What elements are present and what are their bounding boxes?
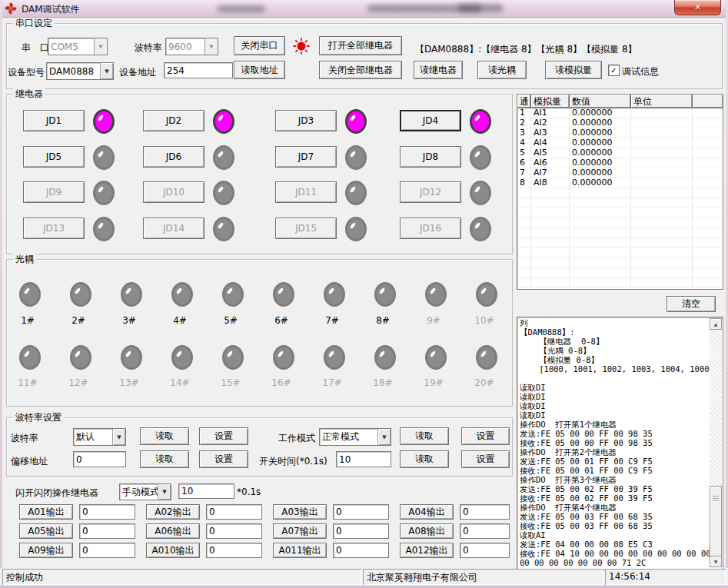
relay-button-jd11[interactable]: JD11 — [275, 181, 337, 203]
table-row[interactable]: 4AI40.000000 — [517, 138, 723, 148]
ao2-output-button[interactable]: A02输出 — [146, 504, 200, 520]
ao9-output-button[interactable]: A09输出 — [19, 543, 73, 558]
relay-button-jd2[interactable]: JD2 — [143, 110, 204, 131]
opto-label-16: 16# — [266, 377, 297, 388]
workmode-set-button[interactable]: 设置 — [461, 427, 510, 445]
ao4-output-input[interactable] — [460, 504, 510, 520]
relay-button-jd3[interactable]: JD3 — [275, 110, 337, 131]
ao6-output-input[interactable] — [206, 523, 262, 539]
ao7-output-button[interactable]: A07输出 — [273, 523, 327, 539]
baud-select[interactable]: 默认 ▼ — [73, 428, 126, 446]
opto-led-7 — [324, 282, 345, 307]
ao8-output-input[interactable] — [460, 523, 510, 539]
ao11-output-button[interactable]: A011输出 — [273, 543, 327, 558]
log-scrollbar[interactable]: ▲ ▼ — [710, 318, 722, 567]
opto-label-11: 11# — [12, 377, 43, 388]
ao10-output-input[interactable] — [206, 543, 262, 558]
col-header-unit[interactable]: 单位 — [631, 95, 693, 108]
table-row[interactable]: 3AI30.000000 — [517, 128, 723, 138]
baud-read-button[interactable]: 读取 — [140, 427, 189, 445]
ao4-output-button[interactable]: A04输出 — [400, 504, 454, 520]
switch-set-button[interactable]: 设置 — [461, 450, 510, 468]
scroll-down-button[interactable]: ▼ — [710, 556, 722, 567]
ao2-output-input[interactable] — [206, 504, 262, 520]
relay-led-jd6 — [213, 145, 234, 170]
relay-button-jd14[interactable]: JD14 — [143, 218, 204, 239]
read-relay-button[interactable]: 读继电器 — [414, 61, 463, 79]
ao3-output-input[interactable] — [333, 504, 389, 520]
opto-led-1 — [19, 282, 41, 307]
read-analog-button[interactable]: 读模拟量 — [545, 61, 602, 79]
table-row[interactable]: 8AI80.000000 — [517, 178, 723, 188]
ao5-output-input[interactable] — [79, 523, 135, 539]
clear-log-button[interactable]: 清空 — [667, 296, 716, 312]
ao7-output-input[interactable] — [333, 523, 389, 539]
col-header-extra[interactable] — [693, 95, 723, 108]
read-address-button[interactable]: 读取地址 — [234, 61, 285, 79]
relay-button-jd15[interactable]: JD15 — [275, 218, 337, 239]
relay-button-jd16[interactable]: JD16 — [400, 218, 461, 239]
table-row[interactable]: 5AI50.000000 — [517, 148, 723, 158]
cell-value: 0.000000 — [570, 128, 631, 138]
relay-button-jd7[interactable]: JD7 — [275, 146, 337, 168]
relay-button-jd4[interactable]: JD4 — [400, 110, 461, 131]
table-row[interactable]: 2AI20.000000 — [517, 118, 723, 128]
col-header-channel[interactable]: 通 — [517, 95, 531, 108]
baud-label: 波特率 — [11, 432, 38, 445]
col-header-analog[interactable]: 模拟量 — [531, 95, 570, 108]
workmode-read-button[interactable]: 读取 — [400, 427, 449, 445]
device-address-input[interactable] — [164, 62, 233, 78]
ao1-output-input[interactable] — [79, 504, 135, 520]
relay-button-jd9[interactable]: JD9 — [23, 181, 85, 203]
scrollbar-thumb[interactable] — [710, 486, 722, 556]
close-icon: ✕ — [694, 3, 701, 12]
relay-button-jd13[interactable]: JD13 — [23, 218, 85, 239]
relay-button-jd10[interactable]: JD10 — [143, 181, 204, 203]
offset-read-button[interactable]: 读取 — [140, 450, 189, 468]
relay-button-jd12[interactable]: JD12 — [400, 181, 461, 203]
debug-info-checkbox[interactable]: ✓ — [608, 65, 620, 76]
scroll-up-button[interactable]: ▲ — [710, 318, 722, 330]
ao6-output-button[interactable]: A06输出 — [146, 523, 200, 539]
relay-group-title: 继电器 — [13, 88, 45, 99]
flash-time-input[interactable] — [178, 483, 234, 499]
relay-button-jd8[interactable]: JD8 — [400, 146, 461, 168]
ao12-output-input[interactable] — [460, 543, 510, 558]
ao1-output-button[interactable]: A01输出 — [19, 504, 73, 520]
debug-log-panel[interactable]: 列 【DAM0888】: 【继电器 0-8】 【光耦 0-8】 【模拟量 0-8… — [517, 317, 723, 570]
device-model-select[interactable]: DAM0888 ▼ — [46, 62, 114, 80]
switch-time-input[interactable] — [336, 451, 391, 467]
switch-time-label: 开关时间(*0.1s) — [259, 455, 327, 468]
ao12-output-button[interactable]: A012输出 — [400, 543, 454, 558]
relay-button-jd5[interactable]: JD5 — [23, 146, 85, 168]
ao8-output-button[interactable]: A08输出 — [400, 523, 454, 539]
read-opto-button[interactable]: 读光耦 — [477, 61, 527, 79]
ao11-output-input[interactable] — [333, 543, 389, 558]
workmode-select[interactable]: 正常模式 ▼ — [319, 428, 391, 446]
table-row[interactable]: 1AI10.000000 — [517, 108, 723, 118]
cell-extra — [693, 158, 723, 168]
offset-set-button[interactable]: 设置 — [199, 450, 248, 468]
switch-read-button[interactable]: 读取 — [400, 450, 449, 468]
close-port-button[interactable]: 关闭串口 — [234, 36, 285, 55]
relay-button-jd1[interactable]: JD1 — [23, 110, 85, 131]
port-select[interactable]: COM5 ▼ — [48, 38, 108, 55]
ao10-output-button[interactable]: A010输出 — [146, 543, 200, 558]
open-all-relays-button[interactable]: 打开全部继电器 — [319, 36, 402, 55]
ao9-output-input[interactable] — [79, 543, 135, 558]
ao5-output-button[interactable]: A05输出 — [19, 523, 73, 539]
opto-led-8 — [374, 282, 396, 307]
table-row[interactable]: 6AI60.000000 — [517, 158, 723, 168]
close-all-relays-button[interactable]: 关闭全部继电器 — [319, 61, 402, 79]
flash-mode-select[interactable]: 手动模式 ▼ — [119, 483, 171, 500]
workmode-select-value: 正常模式 — [320, 430, 377, 443]
cell-unit — [631, 168, 693, 178]
baudrate-select[interactable]: 9600 ▼ — [165, 38, 218, 55]
offset-input[interactable] — [73, 451, 126, 467]
table-row[interactable]: 7AI70.000000 — [517, 168, 723, 178]
baud-set-button[interactable]: 设置 — [199, 427, 248, 445]
col-header-value[interactable]: 数值 — [570, 95, 631, 108]
close-button[interactable]: ✕ — [674, 0, 721, 15]
ao3-output-button[interactable]: A03输出 — [273, 504, 327, 520]
relay-button-jd6[interactable]: JD6 — [143, 146, 204, 168]
